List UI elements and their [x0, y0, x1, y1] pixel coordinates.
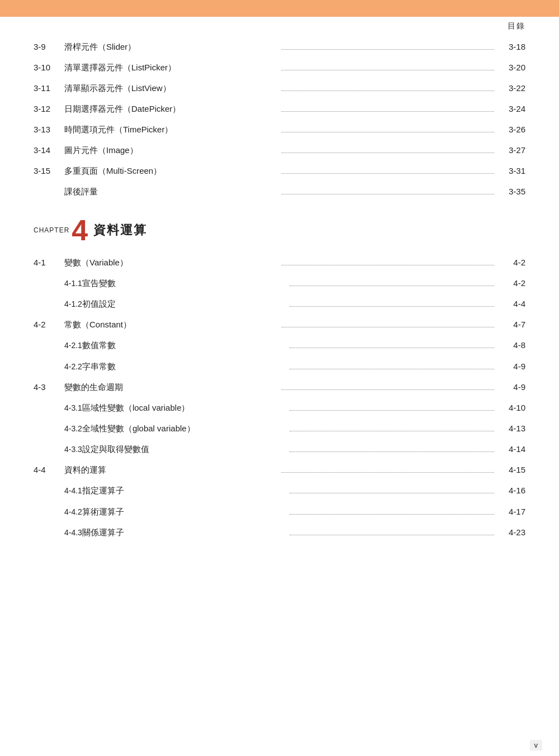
toc-page: 4-15 [498, 462, 525, 477]
toc-num: 3-14 [34, 142, 64, 158]
toc-dots [281, 194, 495, 194]
toc-dots [281, 327, 495, 327]
toc-dots [290, 493, 494, 493]
toc-row: 4-1.2初值設定4-4 [34, 296, 525, 311]
content: 3-9滑桿元件（Slider）3-183-10清單選擇器元件（ListPicke… [34, 39, 525, 734]
toc-num-sub: 4-4.1 [34, 484, 82, 498]
toc-page: 3-24 [498, 101, 525, 116]
toc-dots [281, 265, 495, 265]
toc-num-sub: 4-1.2 [34, 297, 82, 311]
toc-title: 區域性變數（local variable） [82, 400, 287, 415]
toc-page: 4-8 [498, 337, 525, 353]
chapter-label: CHAPTER [34, 226, 69, 234]
toc-page: 3-27 [498, 142, 525, 158]
toc-dots [281, 132, 495, 132]
toc-title: 時間選項元件（TimePicker） [64, 122, 278, 137]
toc-page: 4-16 [498, 483, 525, 498]
chapter-number: 4 [72, 216, 88, 245]
toc-row: 3-12日期選擇器元件（DatePicker）3-24 [34, 101, 525, 116]
toc-title: 清單選擇器元件（ListPicker） [64, 60, 278, 75]
toc-title: 指定運算子 [82, 483, 287, 498]
toc-page: 4-17 [498, 504, 525, 519]
toc-page: 3-22 [498, 80, 525, 96]
toc-num: 4-2 [34, 317, 64, 332]
toc-page: 3-31 [498, 163, 525, 178]
toc-title: 初值設定 [82, 296, 287, 311]
toc-row: 4-3變數的生命週期4-9 [34, 379, 525, 394]
toc-dots [281, 91, 495, 91]
toc-title: 日期選擇器元件（DatePicker） [64, 101, 278, 116]
toc-title: 全域性變數（global variable） [82, 421, 287, 436]
toc-dots [281, 111, 495, 112]
toc-row: 3-9滑桿元件（Slider）3-18 [34, 39, 525, 54]
page-number: v [530, 740, 543, 750]
toc-title: 關係運算子 [82, 525, 287, 540]
toc-num: 3-9 [34, 39, 64, 54]
toc-num-sub: 4-3.1 [34, 401, 82, 415]
toc-page: 4-2 [498, 255, 525, 270]
toc-num: 3-10 [34, 60, 64, 75]
toc-title: 常數（Constant） [64, 317, 278, 332]
toc-title: 滑桿元件（Slider） [64, 39, 278, 54]
toc-row: 4-2.2字串常數4-9 [34, 359, 525, 374]
toc-row: 4-1.1宣告變數4-2 [34, 275, 525, 291]
toc-num-sub: 4-4.2 [34, 505, 82, 519]
toc-page: 3-35 [498, 184, 525, 199]
toc-row: 4-3.1區域性變數（local variable）4-10 [34, 400, 525, 415]
toc-num-sub: 4-2.2 [34, 360, 82, 374]
toc-row: 3-13時間選項元件（TimePicker）3-26 [34, 122, 525, 137]
toc-dots [290, 431, 494, 431]
toc-title: 數值常數 [82, 337, 287, 353]
toc-dots [281, 70, 495, 70]
toc-title: 清單顯示器元件（ListView） [64, 80, 278, 96]
toc-dots [281, 173, 495, 174]
toc-page: 3-20 [498, 60, 525, 75]
toc-row: 4-4.2算術運算子4-17 [34, 504, 525, 519]
toc-page: 4-9 [498, 379, 525, 394]
toc-row: 3-10清單選擇器元件（ListPicker）3-20 [34, 60, 525, 75]
toc-dots [290, 348, 494, 348]
toc-num-sub: 4-4.3 [34, 526, 82, 540]
toc-num: 4-3 [34, 379, 64, 394]
toc-dots [290, 369, 494, 369]
top-bar [0, 0, 559, 17]
toc-dots [290, 535, 494, 535]
chapter4-heading: CHAPTER 4 資料運算 [34, 216, 525, 245]
toc-row: 3-15多重頁面（Multi-Screen）3-31 [34, 163, 525, 178]
toc-row: 4-2常數（Constant）4-7 [34, 317, 525, 332]
toc-title: 算術運算子 [82, 504, 287, 519]
toc-row: 4-4.3關係運算子4-23 [34, 525, 525, 540]
toc-dots [290, 286, 494, 286]
toc-num: 4-1 [34, 255, 64, 270]
toc-page: 4-23 [498, 525, 525, 540]
toc-title: 設定與取得變數值 [82, 441, 287, 457]
toc-dots [290, 410, 494, 411]
chapter4-toc: 4-1變數（Variable）4-24-1.1宣告變數4-24-1.2初值設定4… [34, 255, 525, 540]
toc-row: 3-11清單顯示器元件（ListView）3-22 [34, 80, 525, 96]
chapter3-toc: 3-9滑桿元件（Slider）3-183-10清單選擇器元件（ListPicke… [34, 39, 525, 199]
toc-dots [281, 49, 495, 50]
toc-row: 4-2.1數值常數4-8 [34, 337, 525, 353]
toc-row: 4-3.2全域性變數（global variable）4-13 [34, 421, 525, 436]
toc-page: 4-4 [498, 296, 525, 311]
toc-num-sub: 4-3.2 [34, 422, 82, 436]
toc-page: 3-26 [498, 122, 525, 137]
toc-page: 4-14 [498, 441, 525, 457]
toc-title: 多重頁面（Multi-Screen） [64, 163, 278, 178]
toc-num: 3-12 [34, 101, 64, 116]
toc-num-sub: 4-1.1 [34, 277, 82, 291]
toc-page: 4-13 [498, 421, 525, 436]
toc-page: 4-2 [498, 275, 525, 291]
toc-row: 4-4資料的運算4-15 [34, 462, 525, 477]
toc-dots [290, 306, 494, 307]
toc-dots [281, 389, 495, 390]
toc-num: 4-4 [34, 462, 64, 477]
toc-num: 3-13 [34, 122, 64, 137]
toc-row: 課後評量3-35 [34, 184, 525, 199]
toc-title: 變數（Variable） [64, 255, 278, 270]
toc-page: 3-18 [498, 39, 525, 54]
toc-dots [290, 514, 494, 515]
toc-title: 宣告變數 [82, 275, 287, 291]
chapter-title: 資料運算 [93, 222, 147, 239]
toc-num-sub: 4-2.1 [34, 339, 82, 353]
